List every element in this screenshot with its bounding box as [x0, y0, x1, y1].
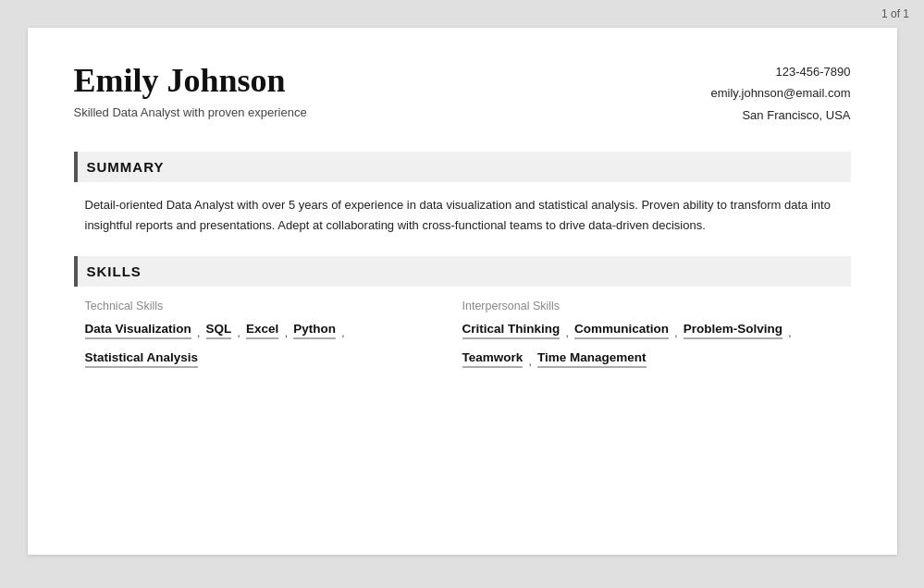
- skill-sep-7: ,: [788, 325, 792, 339]
- summary-section-bar: [74, 152, 78, 182]
- skill-communication: Communication: [574, 322, 669, 339]
- candidate-phone: 123-456-7890: [711, 61, 851, 82]
- summary-text: Detail-oriented Data Analyst with over 5…: [74, 195, 851, 236]
- skill-problem-solving: Problem-Solving: [684, 322, 782, 339]
- skills-container: Technical Skills Data Visualization , SQ…: [74, 300, 851, 379]
- technical-skills-list: Data Visualization , SQL , Excel , Pytho…: [85, 322, 462, 379]
- skill-sep-6: ,: [674, 325, 678, 339]
- header-section: Emily Johnson Skilled Data Analyst with …: [74, 61, 851, 126]
- skill-teamwork: Teamwork: [462, 350, 524, 368]
- skills-section-header: SKILLS: [74, 256, 851, 287]
- skill-sep-8: ,: [528, 354, 532, 368]
- candidate-location: San Francisco, USA: [711, 104, 851, 126]
- skill-sep-3: ,: [284, 325, 288, 339]
- skills-section: SKILLS Technical Skills Data Visualizati…: [74, 256, 851, 379]
- candidate-email: emily.johnson@email.com: [711, 82, 851, 104]
- resume-page: Emily Johnson Skilled Data Analyst with …: [28, 28, 897, 555]
- summary-section: SUMMARY Detail-oriented Data Analyst wit…: [74, 152, 851, 236]
- skill-critical-thinking: Critical Thinking: [462, 322, 561, 339]
- summary-section-header: SUMMARY: [74, 152, 851, 182]
- skill-python: Python: [293, 322, 336, 339]
- skills-section-bar: [74, 256, 78, 287]
- skill-excel: Excel: [246, 322, 278, 339]
- page-counter: 1 of 1: [0, 0, 924, 28]
- skills-section-title: SKILLS: [87, 256, 851, 287]
- skill-sep-2: ,: [237, 325, 240, 339]
- interpersonal-skills-list: Critical Thinking , Communication , Prob…: [462, 322, 840, 379]
- skill-statistical-analysis: Statistical Analysis: [85, 350, 199, 368]
- skill-sep-1: ,: [197, 325, 201, 339]
- skill-sep-4: ,: [341, 325, 345, 339]
- technical-skills-label: Technical Skills: [85, 300, 462, 312]
- skill-sql: SQL: [206, 322, 232, 339]
- interpersonal-skills-label: Interpersonal Skills: [462, 300, 840, 312]
- candidate-tagline: Skilled Data Analyst with proven experie…: [74, 105, 307, 119]
- skill-time-management: Time Management: [537, 350, 647, 368]
- header-left: Emily Johnson Skilled Data Analyst with …: [74, 61, 307, 119]
- candidate-name: Emily Johnson: [74, 61, 307, 100]
- technical-skills-column: Technical Skills Data Visualization , SQ…: [85, 300, 462, 379]
- skill-sep-5: ,: [565, 325, 569, 339]
- skill-data-visualization: Data Visualization: [85, 322, 191, 339]
- interpersonal-skills-column: Interpersonal Skills Critical Thinking ,…: [462, 300, 840, 379]
- summary-section-title: SUMMARY: [87, 152, 851, 182]
- header-right: 123-456-7890 emily.johnson@email.com San…: [711, 61, 851, 126]
